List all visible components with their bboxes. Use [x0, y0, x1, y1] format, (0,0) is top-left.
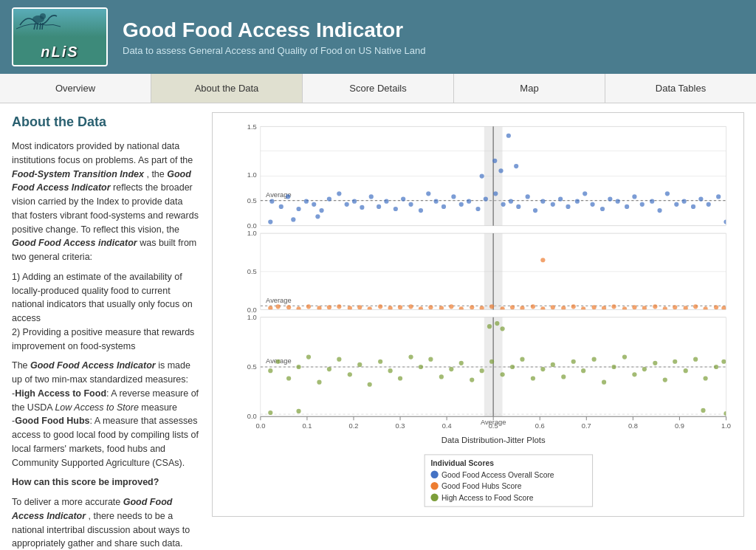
header-text: Good Food Access Indicator Data to asses…	[123, 18, 425, 56]
svg-point-160	[286, 376, 291, 380]
svg-point-62	[590, 202, 594, 207]
svg-point-56	[540, 199, 545, 204]
svg-point-1	[40, 13, 46, 19]
svg-point-44	[441, 204, 446, 209]
svg-point-189	[581, 368, 585, 373]
svg-point-109	[378, 304, 382, 309]
svg-point-176	[449, 367, 453, 371]
svg-point-208	[296, 409, 300, 413]
svg-point-161	[296, 365, 300, 369]
svg-text:1.0: 1.0	[247, 171, 257, 179]
nav-data-tables[interactable]: Data Tables	[605, 74, 756, 103]
nav-score-details[interactable]: Score Details	[303, 74, 454, 103]
svg-point-117	[459, 306, 464, 311]
svg-point-77	[716, 194, 721, 199]
svg-point-163	[317, 380, 321, 385]
svg-point-76	[707, 202, 711, 207]
logo-graphic	[16, 10, 61, 36]
svg-point-65	[616, 199, 620, 204]
svg-point-69	[650, 199, 654, 204]
legend-item-overall: Good Food Access Overall Score	[441, 471, 554, 479]
svg-point-170	[388, 368, 393, 373]
svg-point-194	[632, 372, 636, 377]
svg-text:1.0: 1.0	[247, 230, 257, 237]
svg-point-204	[487, 324, 492, 329]
svg-point-190	[592, 357, 597, 362]
svg-point-202	[714, 365, 718, 369]
svg-point-138	[673, 305, 677, 309]
svg-point-33	[352, 199, 357, 204]
svg-point-82	[514, 164, 518, 168]
svg-line-3	[37, 23, 38, 30]
svg-text:0.3: 0.3	[396, 422, 405, 430]
x-axis-label: Data Distribution-Jitter Plots	[441, 436, 546, 444]
svg-point-71	[665, 191, 670, 196]
svg-point-158	[268, 368, 272, 373]
svg-text:0.2: 0.2	[349, 422, 359, 430]
svg-point-235	[430, 471, 438, 478]
svg-point-51	[501, 202, 506, 207]
svg-point-53	[516, 204, 520, 209]
nav-about-data[interactable]: About the Data	[151, 74, 303, 103]
intro-paragraph: Most indicators provided by national dat…	[12, 140, 200, 264]
svg-point-133	[622, 306, 627, 311]
svg-point-36	[377, 204, 381, 209]
svg-text:0.4: 0.4	[442, 422, 452, 430]
nav-map[interactable]: Map	[454, 74, 605, 103]
svg-point-175	[439, 374, 444, 379]
svg-point-75	[698, 196, 703, 201]
svg-text:0.5: 0.5	[489, 422, 498, 430]
svg-point-37	[384, 199, 388, 204]
svg-point-210	[701, 408, 705, 413]
jitter-chart: Overall Score Good Food Hubs High Access…	[219, 119, 738, 508]
svg-point-78	[506, 134, 511, 138]
svg-point-100	[286, 305, 291, 309]
svg-text:0.5: 0.5	[247, 363, 257, 371]
svg-point-28	[312, 202, 316, 207]
svg-point-57	[551, 202, 555, 207]
svg-point-199	[684, 368, 688, 373]
svg-point-72	[674, 202, 678, 207]
legend-item-access: High Access to Food Score	[441, 494, 534, 502]
svg-line-5	[42, 23, 43, 30]
svg-point-178	[470, 377, 474, 382]
svg-point-142	[714, 305, 718, 309]
svg-point-50	[493, 191, 498, 196]
left-panel: About the Data Most indicators provided …	[12, 112, 200, 550]
svg-point-183	[520, 357, 524, 362]
svg-text:Average: Average	[266, 297, 291, 304]
svg-point-61	[583, 191, 587, 196]
svg-point-174	[428, 357, 433, 362]
svg-point-52	[509, 199, 513, 204]
svg-point-181	[500, 372, 504, 377]
svg-text:0.8: 0.8	[628, 422, 638, 430]
svg-text:0.5: 0.5	[247, 268, 257, 275]
svg-point-193	[622, 354, 627, 359]
svg-point-132	[611, 304, 616, 309]
svg-point-179	[480, 368, 484, 373]
svg-point-40	[408, 202, 413, 207]
svg-point-114	[428, 305, 433, 309]
svg-point-173	[419, 365, 423, 369]
svg-point-85	[315, 214, 320, 219]
svg-point-164	[327, 367, 331, 371]
logo: nLiS	[12, 7, 108, 66]
makeup-paragraph: The Good Food Access Indicator is made u…	[12, 359, 200, 470]
svg-point-102	[306, 304, 311, 309]
svg-point-128	[571, 304, 576, 309]
svg-point-201	[703, 376, 707, 380]
svg-point-34	[360, 205, 364, 210]
svg-point-196	[653, 361, 657, 365]
app-subtitle: Data to assess General Access and Qualit…	[123, 45, 425, 56]
svg-point-86	[724, 219, 728, 224]
svg-point-46	[459, 202, 464, 207]
svg-point-168	[368, 382, 372, 387]
nav-overview[interactable]: Overview	[0, 74, 151, 103]
svg-point-125	[540, 306, 545, 311]
improve-paragraph: To deliver a more accurate Good Food Acc…	[12, 495, 200, 550]
svg-point-184	[531, 376, 535, 380]
svg-point-209	[724, 411, 728, 416]
svg-point-206	[500, 326, 504, 331]
svg-point-112	[408, 304, 413, 309]
svg-point-108	[368, 306, 372, 311]
